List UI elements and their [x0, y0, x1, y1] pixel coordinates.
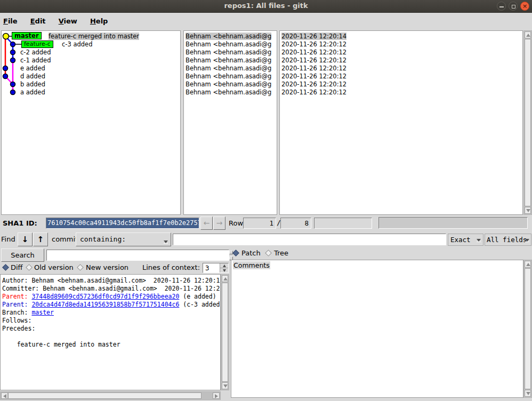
scroll-up-icon[interactable] — [222, 275, 228, 282]
commit-date-cell[interactable]: 2020-11-26 12:20:14 — [281, 33, 346, 40]
commit-node-merge[interactable] — [3, 34, 9, 39]
details-scrollbar[interactable] — [221, 274, 229, 390]
scroll-down-icon[interactable] — [525, 390, 531, 397]
radio-patch[interactable] — [232, 250, 239, 256]
close-button[interactable]: × — [520, 2, 529, 11]
parent2-sha-link[interactable]: 20dca4d47d8eda141956391858b7f571751404c6 — [31, 301, 179, 308]
menu-help[interactable]: Help — [87, 17, 111, 25]
search-button[interactable]: Search — [1, 248, 44, 262]
details-parent2-line: Parent: 20dca4d47d8eda141956391858b7f571… — [2, 301, 220, 309]
scroll-up-icon[interactable] — [525, 31, 531, 38]
scrollbar-thumb[interactable] — [525, 39, 531, 206]
commit-node[interactable] — [3, 74, 8, 79]
minimize-icon — [499, 6, 504, 7]
parent1-sha-link[interactable]: 37448d89609cd57236df0cd97d1f9f296bbeea20 — [31, 293, 179, 300]
commit-author-cell[interactable]: Behnam <behnam.asadi@g — [186, 81, 271, 88]
chevron-down-icon — [164, 240, 168, 243]
commit-date-cell[interactable]: 2020-11-26 12:20:12 — [281, 65, 346, 72]
window-title: repos1: All files - gitk — [0, 2, 532, 10]
radio-old-version[interactable] — [26, 264, 33, 271]
commit-author-cell[interactable]: Behnam <behnam.asadi@g — [186, 41, 271, 48]
commit-details-pane: Author: Behnam <behnam.asadi@gmail.com> … — [0, 274, 221, 390]
commit-subject-row[interactable]: d added — [20, 73, 45, 80]
date-pane: 2020-11-26 12:20:14 2020-11-26 12:20:12 … — [279, 30, 523, 215]
find-fields-dropdown[interactable]: All fields — [485, 234, 531, 246]
scrollbar-thumb[interactable] — [525, 268, 531, 389]
titlebar: repos1: All files - gitk × — [0, 0, 532, 13]
find-input[interactable] — [173, 234, 446, 245]
scroll-down-icon[interactable] — [222, 382, 228, 389]
find-prev-button[interactable]: ↑ — [33, 232, 48, 246]
commit-node[interactable] — [11, 58, 15, 63]
commit-author-cell[interactable]: Behnam <behnam.asadi@g — [186, 89, 271, 96]
commit-subject-row[interactable]: a added — [20, 89, 45, 96]
commit-node[interactable] — [11, 42, 15, 47]
radio-diff[interactable] — [2, 264, 9, 271]
lines-of-context-spinner[interactable]: 3 — [203, 263, 229, 273]
commit-subject-row[interactable]: c-1 added — [20, 57, 51, 64]
find-mode-dropdown[interactable]: containing: — [76, 232, 171, 246]
sha1-input[interactable]: 7610754c00ca4911943dc50fb8af1f7e0b2e2757 — [46, 218, 199, 229]
close-icon: × — [521, 3, 529, 10]
author-pane: Behnam <behnam.asadi@g Behnam <behnam.as… — [183, 30, 277, 215]
match-type-dropdown[interactable]: Exact — [448, 234, 483, 246]
scrollbar-thumb[interactable] — [222, 283, 228, 382]
commit-date-cell[interactable]: 2020-11-26 12:20:12 — [281, 49, 346, 56]
commit-date-cell[interactable]: 2020-11-26 12:20:12 — [281, 81, 346, 88]
commit-date-cell[interactable]: 2020-11-26 12:20:12 — [281, 73, 346, 80]
commit-date-cell[interactable]: 2020-11-26 12:20:12 — [281, 41, 346, 48]
menu-view[interactable]: View — [55, 17, 80, 25]
commit-author-cell[interactable]: Behnam <behnam.asadi@g — [186, 57, 271, 64]
commit-label: commit — [52, 235, 78, 243]
menu-edit[interactable]: Edit — [27, 17, 49, 25]
maximize-button[interactable] — [509, 2, 518, 11]
menubar: File Edit View Help — [0, 13, 532, 29]
commit-graph-pane: master feature-c feature-c merged into m… — [1, 30, 181, 215]
commit-subject-row[interactable]: c-3 added — [62, 41, 92, 48]
scroll-up-icon[interactable] — [525, 261, 531, 268]
commit-subject-row[interactable]: feature-c merged into master — [49, 33, 139, 40]
commit-author-cell[interactable]: Behnam <behnam.asadi@g — [186, 33, 271, 40]
commit-node[interactable] — [11, 50, 15, 55]
commit-author-cell[interactable]: Behnam <behnam.asadi@g — [186, 65, 271, 72]
spinner-down-icon[interactable] — [220, 268, 228, 273]
scrollbar-thumb[interactable] — [8, 392, 201, 399]
commit-node[interactable] — [11, 90, 15, 95]
commit-subject-row[interactable]: e added — [20, 65, 45, 72]
radio-new-version-label[interactable]: New version — [86, 263, 128, 271]
menu-file[interactable]: File — [0, 17, 21, 25]
details-hscrollbar[interactable] — [0, 391, 221, 400]
radio-new-version[interactable] — [77, 264, 84, 271]
radio-tree-label[interactable]: Tree — [274, 249, 288, 257]
patch-tree-row: Patch Tree — [231, 247, 532, 260]
branch-tag-feature-c[interactable]: feature-c — [21, 41, 53, 48]
progress-bar — [378, 217, 528, 229]
row-extra-field — [314, 218, 372, 229]
prev-commit-button[interactable]: ← — [200, 216, 213, 230]
search-input[interactable] — [46, 250, 229, 261]
find-next-button[interactable]: ↓ — [18, 232, 33, 246]
comments-scrollbar[interactable] — [523, 260, 532, 398]
commit-subject-row[interactable]: b added — [20, 81, 45, 88]
commit-author-cell[interactable]: Behnam <behnam.asadi@g — [186, 73, 271, 80]
commit-list-scrollbar[interactable] — [523, 30, 532, 215]
next-commit-button[interactable]: → — [213, 216, 225, 230]
commit-author-cell[interactable]: Behnam <behnam.asadi@g — [186, 49, 271, 56]
radio-old-version-label[interactable]: Old version — [34, 263, 74, 271]
row-label: Row — [229, 219, 243, 227]
radio-tree[interactable] — [265, 250, 272, 256]
commit-date-cell[interactable]: 2020-11-26 12:20:12 — [281, 57, 346, 64]
scroll-down-icon[interactable] — [525, 207, 531, 214]
radio-patch-label[interactable]: Patch — [241, 249, 261, 257]
commit-node[interactable] — [3, 66, 8, 71]
branch-tag-master[interactable]: master — [12, 32, 42, 39]
branch-link[interactable]: master — [31, 309, 54, 316]
spinner-up-icon[interactable] — [220, 263, 228, 268]
commit-subject-row[interactable]: c-2 added — [20, 49, 51, 56]
scroll-right-icon[interactable] — [213, 392, 220, 399]
commit-node[interactable] — [11, 82, 15, 87]
radio-diff-label[interactable]: Diff — [11, 263, 23, 271]
scroll-left-icon[interactable] — [1, 392, 8, 399]
commit-date-cell[interactable]: 2020-11-26 12:20:12 — [281, 89, 346, 96]
minimize-button[interactable] — [497, 2, 506, 11]
